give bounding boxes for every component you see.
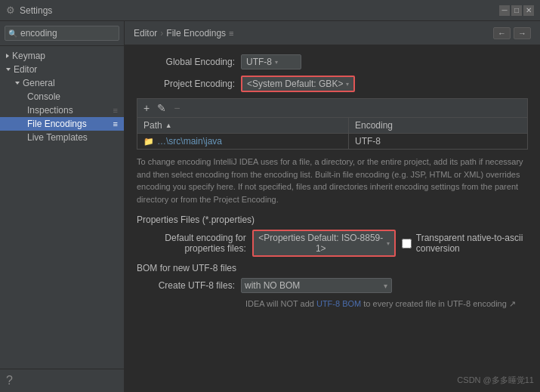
- global-encoding-value: UTF-8: [246, 57, 272, 67]
- dropdown-arrow-icon: ▾: [346, 81, 349, 88]
- back-button[interactable]: ←: [493, 27, 511, 39]
- table-cell-path: 📁 …\src\main\java: [137, 134, 349, 149]
- expand-icon: [15, 82, 20, 85]
- utf8-bom-link[interactable]: UTF-8 BOM: [316, 299, 361, 308]
- watermark: CSDN @多多睡觉11: [457, 375, 534, 386]
- minimize-button[interactable]: ─: [499, 5, 510, 16]
- add-encoding-button[interactable]: +: [140, 101, 153, 115]
- properties-section-title: Properties Files (*.properties): [137, 215, 528, 225]
- sidebar-item-keymap[interactable]: Keymap: [0, 49, 124, 63]
- nav-tree: Keymap Editor General Console Inspection…: [0, 46, 124, 369]
- settings-icon-inspections: ≡: [113, 106, 118, 115]
- properties-encoding-dropdown[interactable]: <Properties Default: ISO-8859-1> ▾: [252, 230, 396, 257]
- create-utf8-label: Create UTF-8 files:: [137, 280, 235, 291]
- breadcrumb-part-editor: Editor: [134, 28, 157, 39]
- expand-icon: [6, 68, 11, 71]
- sidebar-item-editor[interactable]: Editor: [0, 63, 124, 76]
- note-suffix: to every created file in UTF-8 encoding …: [361, 299, 516, 308]
- title-bar-left: ⚙ Settings: [6, 5, 52, 16]
- sidebar-item-file-encodings[interactable]: File Encodings ≡: [0, 117, 124, 131]
- content-body: Global Encoding: UTF-8 ▾ Project Encodin…: [125, 45, 540, 392]
- transparent-checkbox[interactable]: [402, 239, 412, 248]
- table-toolbar: + ✎ −: [137, 99, 527, 118]
- main-layout: 🔍 Keymap Editor General Console: [0, 21, 540, 392]
- breadcrumb-icon: ≡: [229, 29, 233, 38]
- dropdown-arrow-icon: ▾: [387, 240, 390, 247]
- close-button[interactable]: ✕: [523, 5, 534, 16]
- sidebar-item-general[interactable]: General: [0, 76, 124, 90]
- properties-encoding-value: <Properties Default: ISO-8859-1>: [258, 233, 384, 254]
- transparent-checkbox-label: Transparent native-to-ascii conversion: [402, 233, 528, 254]
- breadcrumb-part-encodings: File Encodings: [166, 28, 226, 39]
- encoding-value: UTF-8: [355, 136, 381, 147]
- breadcrumb: Editor › File Encodings ≡: [134, 28, 234, 39]
- search-input-wrap: 🔍: [5, 26, 119, 41]
- table-row[interactable]: 📁 …\src\main\java UTF-8: [137, 134, 527, 149]
- global-encoding-row: Global Encoding: UTF-8 ▾: [137, 54, 528, 69]
- sidebar-item-label: Keymap: [12, 51, 45, 61]
- edit-encoding-button[interactable]: ✎: [154, 101, 169, 115]
- expand-icon: [6, 54, 9, 58]
- search-input[interactable]: [20, 28, 116, 39]
- breadcrumb-separator: ›: [160, 28, 163, 39]
- content-header: Editor › File Encodings ≡ ← →: [125, 21, 540, 45]
- dropdown-arrow-icon: ▾: [275, 59, 278, 66]
- properties-encoding-label: Default encoding for properties files:: [137, 233, 246, 254]
- bottom-note: IDEA will NOT add UTF-8 BOM to every cre…: [137, 299, 528, 309]
- encoding-header-label: Encoding: [355, 120, 393, 131]
- settings-icon-encodings: ≡: [113, 119, 118, 128]
- global-encoding-label: Global Encoding:: [137, 57, 235, 67]
- title-bar-controls: ─ □ ✕: [499, 5, 534, 16]
- window-title: Settings: [20, 5, 52, 16]
- remove-encoding-button[interactable]: −: [171, 101, 183, 115]
- note-prefix: IDEA will NOT add: [245, 299, 316, 308]
- table-header: Path ▲ Encoding: [137, 118, 527, 134]
- sidebar-item-inspections[interactable]: Inspections ≡: [0, 103, 124, 117]
- sidebar-item-label: Inspections: [27, 105, 73, 116]
- sidebar-item-label: General: [23, 78, 55, 88]
- project-encoding-row: Project Encoding: <System Default: GBK> …: [137, 76, 528, 92]
- forward-button[interactable]: →: [514, 27, 531, 39]
- create-utf8-select-wrap: with NO BOM with BOM with BOM (macOS): [241, 278, 392, 293]
- sidebar: 🔍 Keymap Editor General Console: [0, 21, 125, 392]
- bom-section-title: BOM for new UTF-8 files: [137, 263, 528, 273]
- create-utf8-select[interactable]: with NO BOM with BOM with BOM (macOS): [241, 278, 392, 293]
- content-area: Editor › File Encodings ≡ ← → Global Enc…: [125, 21, 540, 392]
- sidebar-item-console[interactable]: Console: [0, 90, 124, 103]
- info-text: To change encoding IntelliJ IDEA uses fo…: [137, 156, 528, 205]
- project-encoding-value: <System Default: GBK>: [247, 79, 343, 89]
- create-utf8-row: Create UTF-8 files: with NO BOM with BOM…: [137, 278, 528, 293]
- sidebar-item-live-templates[interactable]: Live Templates: [0, 131, 124, 144]
- title-bar: ⚙ Settings ─ □ ✕: [0, 0, 540, 21]
- global-encoding-dropdown[interactable]: UTF-8 ▾: [241, 54, 301, 69]
- path-column-header: Path ▲: [137, 118, 349, 133]
- folder-icon: 📁: [143, 137, 154, 147]
- project-encoding-dropdown[interactable]: <System Default: GBK> ▾: [241, 76, 355, 92]
- settings-icon: ⚙: [6, 5, 15, 16]
- sidebar-item-label: Editor: [14, 64, 37, 75]
- table-cell-encoding: UTF-8: [349, 134, 527, 149]
- project-encoding-label: Project Encoding:: [137, 79, 235, 89]
- encoding-column-header: Encoding: [349, 118, 527, 133]
- sort-icon: ▲: [165, 122, 172, 129]
- maximize-button[interactable]: □: [511, 5, 522, 16]
- sidebar-item-label: Live Templates: [27, 132, 88, 143]
- sidebar-item-label: Console: [27, 91, 60, 102]
- header-nav-buttons: ← →: [493, 27, 531, 39]
- sidebar-item-label: File Encodings: [27, 119, 87, 129]
- encoding-table: + ✎ − Path ▲ Encoding 📁 …\sr: [137, 98, 528, 150]
- path-value: …\src\main\java: [157, 136, 222, 147]
- search-box: 🔍: [0, 21, 124, 46]
- path-header-label: Path: [143, 120, 162, 131]
- properties-encoding-row: Default encoding for properties files: <…: [137, 230, 528, 257]
- transparent-label-text: Transparent native-to-ascii conversion: [416, 233, 528, 254]
- help-button[interactable]: ?: [0, 369, 124, 392]
- search-icon: 🔍: [8, 29, 17, 38]
